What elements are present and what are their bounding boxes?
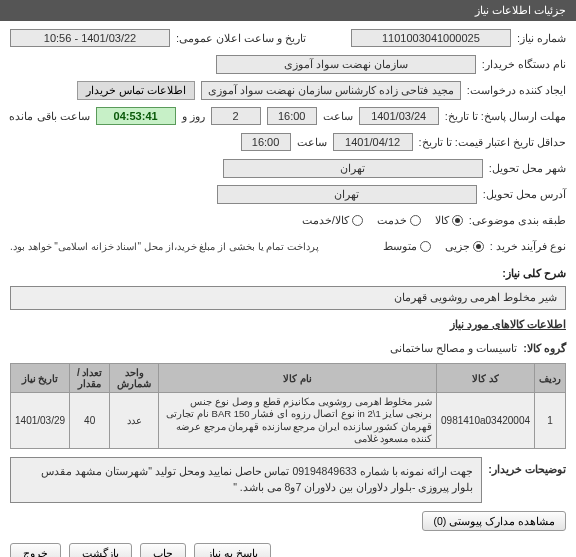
process-note: پرداخت تمام یا بخشی از مبلغ خرید،از محل … [10, 241, 319, 252]
header-bar: جزئیات اطلاعات نیاز [0, 0, 576, 21]
radio-dot-icon [420, 241, 431, 252]
cell-name: شیر مخلوط اهرمی روشویی مکانیزم قطع و وصل… [159, 393, 437, 449]
resp-deadline-label: مهلت ارسال پاسخ: تا تاریخ: [445, 110, 566, 123]
delivery-city-label: شهر محل تحویل: [489, 162, 566, 175]
radio-jozi-label: جزیی [445, 240, 470, 253]
row-group: گروه کالا: تاسیسات و مصالح ساختمانی [0, 337, 576, 359]
need-title-label: شرح کلی نیاز: [0, 263, 576, 284]
buyer-label: نام دستگاه خریدار: [482, 58, 566, 71]
th-name: نام کالا [159, 364, 437, 393]
delivery-addr-label: آدرس محل تحویل: [483, 188, 566, 201]
valid-deadline-label: حداقل تاریخ اعتبار قیمت: تا تاریخ: [419, 136, 566, 149]
contact-info-button[interactable]: اطلاعات تماس خریدار [77, 81, 195, 100]
group-label: گروه کالا: [523, 342, 566, 355]
table-header-row: ردیف کد کالا نام کالا واحد شمارش تعداد /… [11, 364, 566, 393]
cell-unit: عدد [110, 393, 159, 449]
radio-dot-icon [352, 215, 363, 226]
cell-date: 1401/03/29 [11, 393, 70, 449]
resp-time-value: 16:00 [267, 107, 317, 125]
delivery-addr-value: تهران [217, 185, 477, 204]
group-value: تاسیسات و مصالح ساختمانی [390, 342, 517, 355]
row-category: طبقه بندی موضوعی: کالا خدمت کالا/خدمت [10, 209, 566, 231]
category-radio-group: کالا خدمت کالا/خدمت [302, 214, 463, 227]
th-date: تاریخ نیاز [11, 364, 70, 393]
items-table: ردیف کد کالا نام کالا واحد شمارش تعداد /… [10, 363, 566, 449]
radio-jozi[interactable]: جزیی [445, 240, 484, 253]
process-type-label: نوع فرآیند خرید : [490, 240, 566, 253]
form-area: شماره نیاز: 1101003041000025 تاریخ و ساع… [0, 21, 576, 263]
announce-value: 1401/03/22 - 10:56 [10, 29, 170, 47]
row-buyer: نام دستگاه خریدار: سازمان نهضت سواد آموز… [10, 53, 566, 75]
delivery-city-value: تهران [223, 159, 483, 178]
th-row: ردیف [535, 364, 566, 393]
radio-kalakhadmat-label: کالا/خدمت [302, 214, 349, 227]
required-items-title: اطلاعات کالاهای مورد نیاز [0, 312, 576, 337]
reply-button[interactable]: پاسخ به نیاز [194, 543, 271, 557]
row-response-deadline: مهلت ارسال پاسخ: تا تاریخ: 1401/03/24 سا… [10, 105, 566, 127]
back-button[interactable]: بازگشت [69, 543, 132, 557]
exit-button[interactable]: خروج [10, 543, 61, 557]
bottom-bar: خروج بازگشت چاپ پاسخ به نیاز [0, 535, 576, 557]
cell-code: 0981410a03420004 [437, 393, 535, 449]
radio-kala-label: کالا [435, 214, 449, 227]
need-no-label: شماره نیاز: [517, 32, 566, 45]
remain-time-value: 04:53:41 [96, 107, 176, 125]
creator-value: مجید فتاحی زاده کارشناس سازمان نهضت سواد… [201, 81, 461, 100]
row-buyer-desc: توضیحات خریدار: جهت ارائه نمونه با شماره… [0, 453, 576, 507]
days-count-value: 2 [211, 107, 261, 125]
radio-khadmat-label: خدمت [377, 214, 407, 227]
resp-date-value: 1401/03/24 [359, 107, 439, 125]
valid-time-value: 16:00 [241, 133, 291, 151]
radio-dot-icon [473, 241, 484, 252]
row-delivery-city: شهر محل تحویل: تهران [10, 157, 566, 179]
radio-motavasset-label: متوسط [383, 240, 417, 253]
radio-dot-icon [410, 215, 421, 226]
row-validity-deadline: حداقل تاریخ اعتبار قیمت: تا تاریخ: 1401/… [10, 131, 566, 153]
radio-kala[interactable]: کالا [435, 214, 463, 227]
resp-time-label: ساعت [323, 110, 353, 123]
buyer-desc-label: توضیحات خریدار: [488, 457, 566, 476]
table-row[interactable]: 1 0981410a03420004 شیر مخلوط اهرمی روشوی… [11, 393, 566, 449]
th-code: کد کالا [437, 364, 535, 393]
category-label: طبقه بندی موضوعی: [469, 214, 566, 227]
valid-date-value: 1401/04/12 [333, 133, 413, 151]
need-title-value: شیر مخلوط اهرمی روشویی قهرمان [10, 286, 566, 310]
process-radio-group: جزیی متوسط [383, 240, 484, 253]
buyer-value: سازمان نهضت سواد آموزی [216, 55, 476, 74]
buyer-desc-value: جهت ارائه نمونه با شماره 09194849633 تما… [10, 457, 482, 503]
header-title: جزئیات اطلاعات نیاز [475, 4, 566, 16]
creator-label: ایجاد کننده درخواست: [467, 84, 566, 97]
need-no-value: 1101003041000025 [351, 29, 511, 47]
radio-motavasset[interactable]: متوسط [383, 240, 431, 253]
row-process-type: نوع فرآیند خرید : جزیی متوسط پرداخت تمام… [10, 235, 566, 257]
announce-label: تاریخ و ساعت اعلان عمومی: [176, 32, 306, 45]
cell-row: 1 [535, 393, 566, 449]
remain-suffix: ساعت باقی مانده [9, 110, 89, 123]
valid-time-label: ساعت [297, 136, 327, 149]
th-qty: تعداد / مقدار [70, 364, 110, 393]
radio-kalakhadmat[interactable]: کالا/خدمت [302, 214, 363, 227]
print-button[interactable]: چاپ [140, 543, 186, 557]
attachments-button[interactable]: مشاهده مدارک پیوستی (0) [422, 511, 566, 531]
row-creator: ایجاد کننده درخواست: مجید فتاحی زاده کار… [10, 79, 566, 101]
radio-dot-icon [452, 215, 463, 226]
days-suffix: روز و [182, 110, 205, 123]
radio-khadmat[interactable]: خدمت [377, 214, 421, 227]
th-unit: واحد شمارش [110, 364, 159, 393]
row-delivery-addr: آدرس محل تحویل: تهران [10, 183, 566, 205]
row-need-no: شماره نیاز: 1101003041000025 تاریخ و ساع… [10, 27, 566, 49]
cell-qty: 40 [70, 393, 110, 449]
